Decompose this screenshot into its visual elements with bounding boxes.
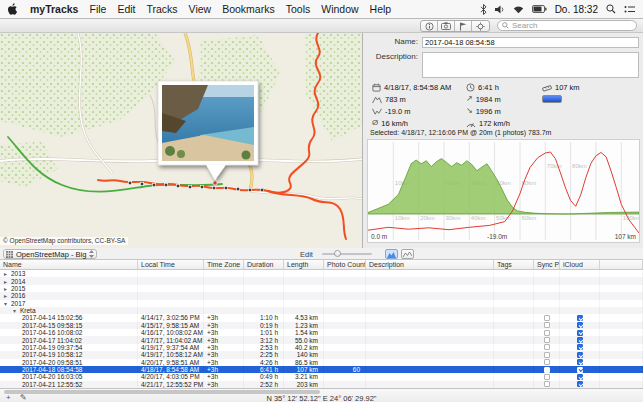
- group-row[interactable]: ▸2014: [0, 277, 643, 284]
- info-button[interactable]: [421, 21, 438, 31]
- track-color-swatch[interactable]: [542, 95, 562, 103]
- track-row[interactable]: 2017-04-19 10:58:124/19/17, 10:58:12 AM+…: [0, 351, 643, 358]
- column-header-icloud[interactable]: iCloud: [560, 260, 600, 269]
- bluetooth-icon[interactable]: [480, 4, 487, 15]
- menu-tools[interactable]: Tools: [286, 3, 311, 15]
- cell-sync: [534, 351, 560, 358]
- sync-checkbox[interactable]: [544, 352, 550, 358]
- menu-bookmarks[interactable]: Bookmarks: [222, 3, 275, 15]
- sync-checkbox[interactable]: [544, 374, 550, 380]
- menubar-clock[interactable]: Do. 18:32: [555, 4, 598, 15]
- profile-chart-container[interactable]: 10km30km40km50km60km70km80km10km20km30km…: [367, 139, 640, 243]
- selected-photo-marker[interactable]: [213, 181, 217, 185]
- edit-mode-label[interactable]: Edit: [300, 250, 313, 259]
- disclosure-triangle[interactable]: ▾: [13, 307, 20, 314]
- menubar: myTracks FileEditTracksViewBookmarksTool…: [0, 0, 643, 19]
- elevation-profile-toggle[interactable]: [385, 249, 398, 259]
- column-header-tags[interactable]: Tags: [494, 260, 534, 269]
- track-row[interactable]: 2017-04-15 09:58:154/15/17, 9:58:15 AM+3…: [0, 322, 643, 329]
- column-header-time-zone[interactable]: Time Zone: [204, 260, 244, 269]
- icloud-checkbox[interactable]: [577, 315, 583, 321]
- wifi-icon[interactable]: [513, 5, 524, 14]
- icloud-checkbox[interactable]: [577, 330, 583, 336]
- track-row[interactable]: 2017-04-16 10:08:024/16/17, 10:08:02 AM+…: [0, 329, 643, 336]
- icloud-checkbox[interactable]: [577, 359, 583, 365]
- battery-icon[interactable]: [532, 5, 547, 13]
- sync-checkbox[interactable]: [544, 359, 550, 365]
- sync-checkbox[interactable]: [544, 381, 550, 387]
- photo-popup[interactable]: [158, 81, 258, 180]
- track-row[interactable]: 2017-04-20 16:03:054/20/17, 4:03:05 PM+3…: [0, 373, 643, 380]
- spotlight-icon[interactable]: [606, 4, 616, 14]
- icloud-checkbox[interactable]: [577, 367, 583, 373]
- menu-edit[interactable]: Edit: [117, 3, 135, 15]
- icloud-checkbox[interactable]: [577, 337, 583, 343]
- track-name-field[interactable]: [422, 37, 639, 48]
- menu-window[interactable]: Window: [321, 3, 358, 15]
- track-row[interactable]: 2017-04-17 11:04:024/17/17, 11:04:02 AM+…: [0, 336, 643, 343]
- slider-thumb[interactable]: [334, 250, 341, 257]
- icloud-checkbox[interactable]: [577, 322, 583, 328]
- icloud-checkbox[interactable]: [577, 374, 583, 380]
- volume-icon[interactable]: [495, 5, 505, 14]
- map-view[interactable]: © OpenStreetMap contributors, CC-BY-SA: [0, 33, 363, 248]
- cell-tags: [494, 344, 534, 351]
- settings-gear-button[interactable]: [472, 21, 489, 31]
- speed-profile-toggle[interactable]: [401, 249, 414, 259]
- column-header-local-time[interactable]: Local Time: [138, 260, 204, 269]
- track-row[interactable]: 2017-04-21 12:55:524/21/17, 12:55:52 PM+…: [0, 381, 643, 388]
- column-header-photo-count[interactable]: Photo Count: [324, 260, 366, 269]
- search-input[interactable]: Search: [497, 20, 637, 31]
- column-header-duration[interactable]: Duration: [244, 260, 284, 269]
- menu-tracks[interactable]: Tracks: [146, 3, 177, 15]
- sync-checkbox[interactable]: [544, 337, 550, 343]
- column-header-description[interactable]: Description: [366, 260, 494, 269]
- disclosure-triangle[interactable]: ▸: [4, 270, 11, 277]
- disclosure-triangle[interactable]: ▸: [4, 292, 11, 299]
- cell-photo-count: [324, 270, 366, 277]
- view-segmented-control: [420, 20, 490, 32]
- waypoint-flag-button[interactable]: [455, 21, 472, 31]
- track-row[interactable]: 2017-04-20 09:58:514/20/17, 9:58:51 AM+3…: [0, 359, 643, 366]
- track-description-field[interactable]: [422, 52, 639, 78]
- svg-text:107 km: 107 km: [615, 233, 636, 240]
- group-row[interactable]: ▾Kreta: [0, 307, 643, 314]
- track-row[interactable]: 2017-04-19 09:37:544/19/17, 9:37:54 AM+3…: [0, 344, 643, 351]
- group-row[interactable]: ▾2017: [0, 300, 643, 307]
- icloud-checkbox[interactable]: [577, 344, 583, 350]
- menu-file[interactable]: File: [89, 3, 106, 15]
- group-row[interactable]: ▸2016: [0, 292, 643, 299]
- track-row[interactable]: 2017-04-18 08:54:584/18/17, 8:54:58 AM+3…: [0, 366, 643, 373]
- sync-checkbox[interactable]: [544, 322, 550, 328]
- photos-button[interactable]: [438, 21, 455, 31]
- map-layer-popup[interactable]: OpenStreetMap - Big: [3, 249, 97, 259]
- column-header-length[interactable]: Length: [284, 260, 324, 269]
- apple-menu-icon[interactable]: [8, 3, 18, 15]
- icloud-checkbox[interactable]: [577, 352, 583, 358]
- cell-duration: [244, 285, 284, 292]
- cell-tags: [494, 381, 534, 388]
- icloud-checkbox[interactable]: [577, 381, 583, 387]
- sync-checkbox[interactable]: [544, 344, 550, 350]
- name-label: Name:: [364, 37, 422, 48]
- cell-sync: [534, 366, 560, 373]
- disclosure-triangle[interactable]: ▸: [4, 278, 11, 285]
- disclosure-triangle[interactable]: ▸: [4, 285, 11, 292]
- disclosure-triangle[interactable]: ▾: [4, 300, 11, 307]
- app-menu[interactable]: myTracks: [30, 3, 78, 15]
- cell-local-time: [138, 277, 204, 284]
- menu-view[interactable]: View: [189, 3, 212, 15]
- sync-checkbox[interactable]: [544, 315, 550, 321]
- cell-length: 203 km: [284, 381, 324, 388]
- sync-checkbox[interactable]: [544, 367, 550, 373]
- column-header-name[interactable]: Name: [0, 260, 138, 269]
- graph-smoothing-slider[interactable]: [322, 253, 372, 255]
- group-row[interactable]: ▸2013: [0, 270, 643, 277]
- menu-help[interactable]: Help: [370, 3, 392, 15]
- track-row[interactable]: 2017-04-14 15:02:564/14/17, 3:02:56 PM+3…: [0, 314, 643, 321]
- notification-center-icon[interactable]: [624, 5, 635, 14]
- sync-checkbox[interactable]: [544, 330, 550, 336]
- column-header-sync-p-[interactable]: Sync P...: [534, 260, 560, 269]
- stat-duration: 6:41 h: [478, 83, 499, 92]
- group-row[interactable]: ▸2015: [0, 285, 643, 292]
